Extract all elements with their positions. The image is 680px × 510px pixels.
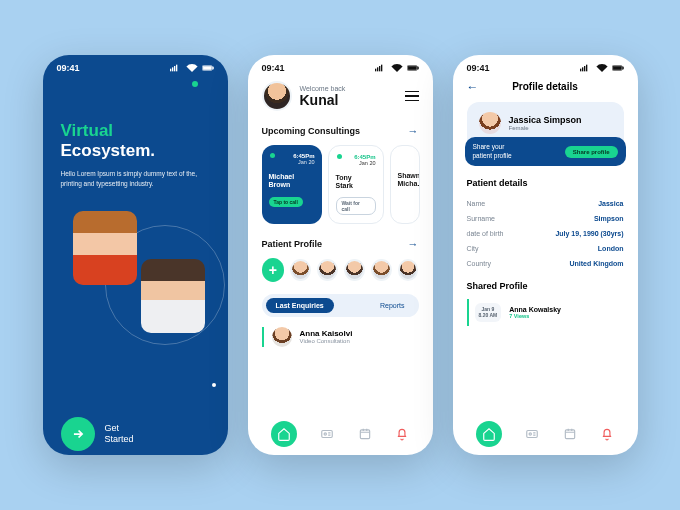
bottom-nav	[248, 421, 433, 447]
status-dot-icon	[270, 153, 275, 158]
bell-icon	[600, 427, 614, 441]
shared-profile-item[interactable]: Jan 9 8.20 AM Anna Kowalsky 7 Views	[467, 299, 624, 326]
decor-dot-green	[192, 81, 198, 87]
svg-rect-1	[172, 67, 173, 71]
consultings-cards[interactable]: 6:45Pm Jan 20 MichaelBrown Tap to call 6…	[262, 145, 419, 224]
bell-icon	[395, 427, 409, 441]
profile-card-gender: Female	[509, 125, 582, 131]
home-icon	[277, 427, 291, 441]
username: Kunal	[300, 92, 346, 108]
tap-to-call-button[interactable]: Tap to call	[269, 197, 303, 207]
shared-profile-title: Shared Profile	[467, 281, 624, 291]
patient-details-title: Patient details	[467, 178, 624, 188]
arrow-right-icon	[71, 427, 85, 441]
svg-rect-23	[622, 67, 623, 69]
enquiry-avatar	[272, 327, 292, 347]
svg-point-15	[324, 433, 326, 435]
share-bar: Share your patient profile Share profile	[465, 137, 626, 166]
wait-for-call-button[interactable]: Wait for call	[336, 197, 376, 215]
status-bar: 09:41	[453, 55, 638, 77]
share-profile-button[interactable]: Share profile	[565, 146, 618, 158]
id-card-icon	[320, 427, 334, 441]
shared-views: 7 Views	[509, 313, 561, 319]
nav-home[interactable]	[476, 421, 502, 447]
profile-avatar[interactable]	[371, 259, 392, 281]
detail-row: SurnameSimpson	[467, 211, 624, 226]
calendar-icon	[563, 427, 577, 441]
profile-avatar[interactable]	[317, 259, 338, 281]
nav-id[interactable]	[320, 427, 334, 441]
enquiry-item[interactable]: Anna Kaisolvi Video Consultation	[262, 327, 419, 347]
user-avatar[interactable]	[262, 81, 292, 111]
profile-avatar[interactable]	[398, 259, 419, 281]
profile-avatar[interactable]	[290, 259, 311, 281]
bottom-nav	[453, 421, 638, 447]
enquiry-tabs: Last Enquiries Reports	[262, 294, 419, 317]
upcoming-see-all[interactable]: →	[408, 125, 419, 137]
id-card-icon	[525, 427, 539, 441]
nav-home[interactable]	[271, 421, 297, 447]
calendar-icon	[358, 427, 372, 441]
svg-rect-13	[417, 67, 418, 69]
enquiry-name: Anna Kaisolvi	[300, 329, 353, 338]
svg-point-25	[529, 433, 531, 435]
profile-see-all[interactable]: →	[408, 238, 419, 250]
svg-rect-17	[580, 69, 581, 72]
svg-rect-0	[170, 69, 171, 72]
nav-notifications[interactable]	[395, 427, 409, 441]
upcoming-title: Upcoming Consultings	[262, 126, 361, 136]
status-time: 09:41	[57, 63, 80, 73]
card-date: Jan 20	[336, 160, 376, 166]
welcome-label: Welcome back	[300, 85, 346, 92]
tab-last-enquiries[interactable]: Last Enquiries	[266, 298, 334, 313]
svg-rect-22	[613, 66, 621, 69]
menu-button[interactable]	[405, 91, 419, 102]
svg-rect-5	[203, 66, 211, 69]
get-started[interactable]: Get Started	[61, 417, 134, 451]
tab-reports[interactable]: Reports	[370, 298, 415, 313]
nav-calendar[interactable]	[563, 427, 577, 441]
svg-rect-7	[375, 69, 376, 72]
svg-rect-2	[174, 66, 175, 71]
status-indicators	[375, 64, 419, 72]
splash-title-1: Virtual	[61, 121, 210, 141]
status-time: 09:41	[467, 63, 490, 73]
add-profile-button[interactable]: +	[262, 258, 285, 282]
splash-photo-2	[141, 259, 205, 333]
status-bar: 09:41	[248, 55, 433, 77]
nav-id[interactable]	[525, 427, 539, 441]
detail-row: CityLondon	[467, 241, 624, 256]
share-text: Share your patient profile	[473, 143, 512, 160]
status-time: 09:41	[262, 63, 285, 73]
profile-card-name: Jassica Simpson	[509, 115, 582, 125]
back-button[interactable]: ←	[467, 80, 479, 94]
status-bar: 09:41	[43, 55, 228, 77]
status-indicators	[170, 64, 214, 72]
status-dot-icon	[337, 154, 342, 159]
profile-card-avatar	[479, 112, 501, 134]
nav-calendar[interactable]	[358, 427, 372, 441]
svg-rect-9	[379, 66, 380, 71]
svg-rect-10	[381, 65, 382, 72]
splash-title-2: Ecosystem.	[61, 141, 210, 161]
consulting-card-2[interactable]: 6:45Pm Jan 20 TonyStark Wait for call	[328, 145, 384, 224]
profile-avatar[interactable]	[344, 259, 365, 281]
splash-photo-1	[73, 211, 137, 285]
consulting-card-1[interactable]: 6:45Pm Jan 20 MichaelBrown Tap to call	[262, 145, 322, 224]
consulting-card-3[interactable]: ShawnMicha…	[390, 145, 420, 224]
svg-rect-3	[176, 65, 177, 72]
svg-rect-20	[586, 65, 587, 72]
detail-row: date of birthJuly 19, 1990 (30yrs)	[467, 226, 624, 241]
enquiry-sub: Video Consultation	[300, 338, 353, 344]
card-date: Jan 20	[269, 159, 315, 165]
card-name: TonyStark	[336, 174, 376, 191]
card-name: MichaelBrown	[269, 173, 315, 190]
splash-screen: 09:41 Virtual Ecosystem. Hello Lorem Ips…	[43, 55, 228, 455]
nav-notifications[interactable]	[600, 427, 614, 441]
get-started-label: Get Started	[105, 423, 134, 445]
shared-date: Jan 9 8.20 AM	[475, 303, 502, 322]
status-indicators	[580, 64, 624, 72]
get-started-button[interactable]	[61, 417, 95, 451]
svg-rect-6	[212, 67, 213, 69]
card-name: ShawnMicha…	[398, 172, 412, 189]
